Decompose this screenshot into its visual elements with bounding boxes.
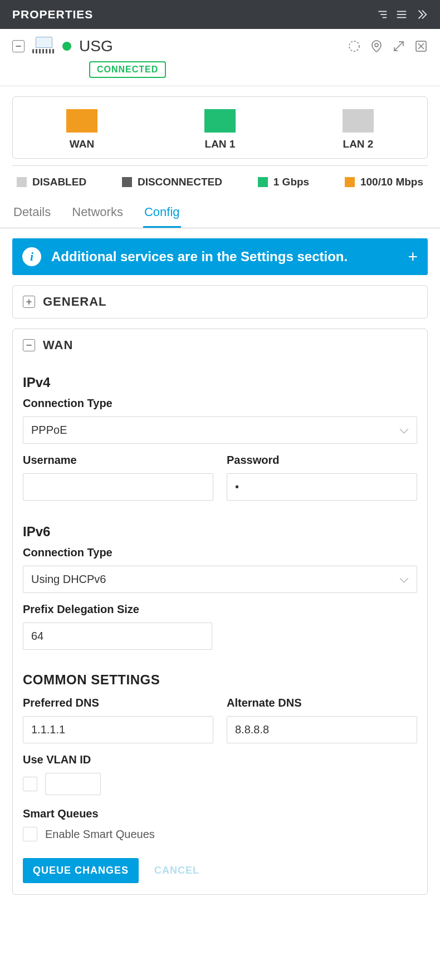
section-general: + GENERAL xyxy=(12,285,428,318)
ports-panel: WAN LAN 1 LAN 2 xyxy=(12,96,428,159)
port-wan[interactable]: WAN xyxy=(13,109,151,150)
ipv4-connection-type-select[interactable]: PPPoE xyxy=(23,416,417,444)
tab-details[interactable]: Details xyxy=(12,198,52,228)
vlan-checkbox[interactable] xyxy=(23,777,37,791)
ipv4-heading: IPv4 xyxy=(23,375,417,390)
legend-100-label: 100/10 Mbps xyxy=(360,176,423,188)
restart-icon[interactable] xyxy=(348,40,361,53)
chevron-double-right-icon[interactable] xyxy=(415,8,428,21)
port-wan-label: WAN xyxy=(70,138,94,150)
swatch-disabled-icon xyxy=(17,177,27,187)
expand-general-toggle[interactable]: + xyxy=(23,296,35,308)
prefix-delegation-input[interactable] xyxy=(23,623,212,650)
smart-queues-checkbox-label: Enable Smart Queues xyxy=(45,828,155,841)
port-lan1-label: LAN 1 xyxy=(205,138,236,150)
port-lan2-icon xyxy=(343,109,374,133)
vlan-id-label: Use VLAN ID xyxy=(23,753,417,766)
smart-queues-heading: Smart Queues xyxy=(23,807,417,820)
section-wan-title: WAN xyxy=(43,338,73,352)
collapse-wan-toggle[interactable]: − xyxy=(23,339,35,351)
info-icon: i xyxy=(22,247,41,266)
common-settings-heading: COMMON SETTINGS xyxy=(23,672,417,688)
info-banner-expand-icon[interactable]: + xyxy=(408,247,418,266)
swatch-1g-icon xyxy=(258,177,268,187)
status-dot-icon xyxy=(62,42,71,51)
header-title: PROPERTIES xyxy=(12,8,93,21)
device-icon xyxy=(32,37,55,56)
password-label: Password xyxy=(227,454,417,467)
prefix-delegation-label: Prefix Delegation Size xyxy=(23,603,417,616)
port-lan1-icon xyxy=(204,109,236,133)
section-wan: − WAN IPv4 Connection Type PPPoE Usernam… xyxy=(12,329,428,895)
legend-1gbps: 1 Gbps xyxy=(258,176,309,188)
vlan-id-input[interactable] xyxy=(45,773,101,795)
ipv6-connection-type-select-wrap: Using DHCPv6 xyxy=(23,566,417,593)
preferred-dns-input[interactable] xyxy=(23,716,213,743)
close-icon[interactable] xyxy=(414,40,428,53)
cancel-button[interactable]: CANCEL xyxy=(154,865,199,876)
port-lan2[interactable]: LAN 2 xyxy=(289,109,427,150)
ipv4-connection-type-select-wrap: PPPoE xyxy=(23,416,417,444)
tab-config[interactable]: Config xyxy=(143,198,181,228)
device-actions xyxy=(348,40,428,53)
ipv6-connection-type-label: Connection Type xyxy=(23,546,417,559)
legend-disabled: DISABLED xyxy=(17,176,86,188)
action-row: QUEUE CHANGES CANCEL xyxy=(23,858,417,883)
preferred-dns-label: Preferred DNS xyxy=(23,697,213,709)
vlan-row xyxy=(23,773,417,795)
svg-point-6 xyxy=(349,41,359,51)
password-input[interactable] xyxy=(227,473,417,501)
legend-disconnected-label: DISCONNECTED xyxy=(138,176,222,188)
port-lan2-label: LAN 2 xyxy=(343,138,374,150)
section-general-title: GENERAL xyxy=(43,295,107,309)
username-input[interactable] xyxy=(23,473,213,501)
device-name: USG xyxy=(79,37,113,55)
section-wan-header[interactable]: − WAN xyxy=(13,329,427,361)
section-general-header[interactable]: + GENERAL xyxy=(13,286,427,318)
collapse-device-toggle[interactable]: − xyxy=(12,40,25,52)
menu-lines-icon[interactable] xyxy=(395,8,408,21)
legend-disabled-label: DISABLED xyxy=(32,176,86,188)
legend-disconnected: DISCONNECTED xyxy=(122,176,222,188)
wan-body: IPv4 Connection Type PPPoE Username Pass… xyxy=(13,375,427,894)
open-external-icon[interactable] xyxy=(392,40,405,53)
device-row: − USG xyxy=(0,29,440,59)
smart-queues-checkbox[interactable] xyxy=(23,827,37,841)
device-area: − USG CONNECTED xyxy=(0,29,440,86)
filter-lines-icon[interactable] xyxy=(375,8,388,21)
ipv6-connection-type-select[interactable]: Using DHCPv6 xyxy=(23,566,417,593)
alternate-dns-label: Alternate DNS xyxy=(227,697,417,709)
swatch-100-icon xyxy=(345,177,355,187)
username-label: Username xyxy=(23,454,213,467)
info-banner-text: Additional services are in the Settings … xyxy=(51,249,398,264)
properties-header: PROPERTIES xyxy=(0,0,440,29)
locate-pin-icon[interactable] xyxy=(370,40,383,53)
queue-changes-button[interactable]: QUEUE CHANGES xyxy=(23,858,139,883)
port-wan-icon xyxy=(66,109,97,133)
svg-line-8 xyxy=(394,42,403,51)
legend-1g-label: 1 Gbps xyxy=(273,176,309,188)
svg-point-7 xyxy=(375,43,378,47)
tab-bar: Details Networks Config xyxy=(0,198,440,228)
smart-queues-row: Enable Smart Queues xyxy=(23,827,417,841)
info-banner: i Additional services are in the Setting… xyxy=(12,238,428,275)
port-legend: DISABLED DISCONNECTED 1 Gbps 100/10 Mbps xyxy=(12,165,428,198)
swatch-disconnected-icon xyxy=(122,177,132,187)
port-lan1[interactable]: LAN 1 xyxy=(151,109,289,150)
legend-100mbps: 100/10 Mbps xyxy=(345,176,423,188)
connected-badge: CONNECTED xyxy=(89,61,166,78)
ipv4-connection-type-label: Connection Type xyxy=(23,397,417,410)
alternate-dns-input[interactable] xyxy=(227,716,417,743)
tab-networks[interactable]: Networks xyxy=(71,198,124,228)
header-icon-group xyxy=(375,8,428,21)
ipv6-heading: IPv6 xyxy=(23,524,417,540)
